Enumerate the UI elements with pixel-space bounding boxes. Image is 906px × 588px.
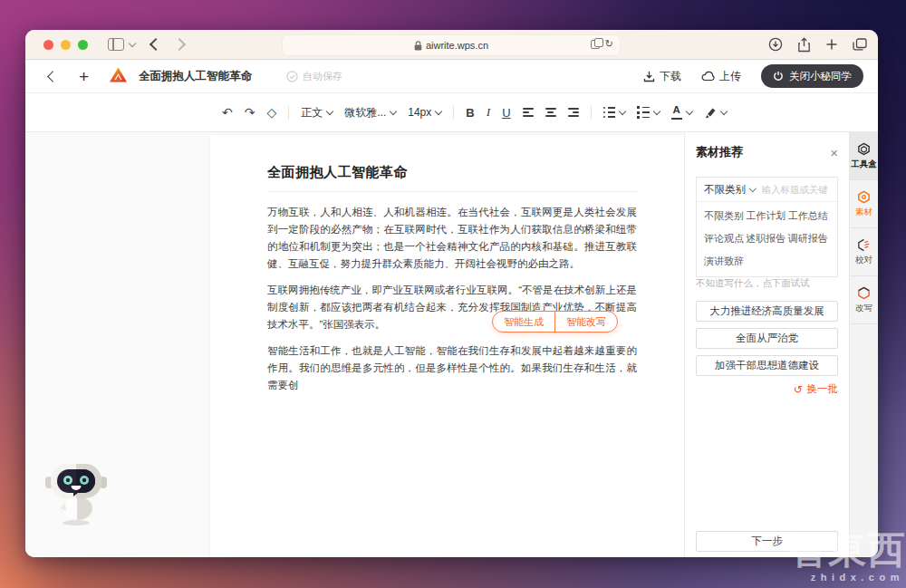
chevron-down-icon: [652, 108, 660, 115]
category-option[interactable]: 不限类别: [704, 209, 746, 223]
download-button[interactable]: 下载: [643, 69, 681, 84]
paragraph[interactable]: 智能生活和工作，也就是人工智能，智能在我们生存和发展中起着越来越重要的作用。我们…: [267, 342, 637, 394]
highlighter-icon: [704, 107, 717, 119]
tool-strip-label: 工具盒: [851, 159, 877, 170]
numbered-list-button[interactable]: [637, 106, 660, 119]
highlight-button[interactable]: [704, 107, 727, 119]
cloud-upload-icon: [701, 71, 715, 82]
tool-strip-label: 素材: [855, 207, 872, 218]
tab-overview-icon[interactable]: [853, 38, 867, 51]
close-assistant-label: 关闭小秘同学: [789, 70, 852, 83]
bold-button[interactable]: B: [466, 106, 474, 120]
close-assistant-button[interactable]: 关闭小秘同学: [761, 64, 863, 88]
topic-suggestion-button[interactable]: 大力推进经济高质量发展: [696, 301, 838, 322]
tool-strip-label: 校对: [855, 255, 872, 266]
underline-button[interactable]: U: [502, 106, 510, 120]
browser-chrome: aiwrite.wps.cn ↻: [25, 30, 878, 60]
close-window-button[interactable]: [43, 40, 53, 50]
material-filter-box: 不限类别 不限类别 工作计划 工作总结 评论观点 述职报告 调研报告 演讲致辞: [696, 177, 838, 277]
paragraph-style-value: 正文: [301, 105, 323, 120]
new-document-button[interactable]: +: [79, 68, 89, 85]
chevron-down-icon: [749, 185, 757, 192]
tool-strip: 工具盒 素材 校对: [849, 132, 878, 557]
refresh-suggestions-button[interactable]: ↻ 换一批: [794, 382, 838, 396]
clear-format-icon[interactable]: ◇: [266, 106, 276, 119]
topic-suggestion-button[interactable]: 加强干部思想道德建设: [696, 355, 838, 376]
category-option[interactable]: 演讲致辞: [704, 255, 746, 268]
assistant-mascot[interactable]: [41, 458, 111, 531]
material-panel: 素材推荐 × 不限类别 不限类别 工作计划 工作总结 评论观点 述职报告: [684, 132, 849, 557]
undo-icon[interactable]: ↶: [222, 106, 233, 119]
font-family-select[interactable]: 微软雅...: [344, 105, 396, 120]
forward-button[interactable]: [173, 38, 186, 51]
tool-strip-item-material[interactable]: 素材: [850, 180, 878, 228]
ai-generate-button[interactable]: 智能生成: [493, 312, 554, 332]
refresh-label: 换一批: [807, 382, 839, 396]
upload-label: 上传: [719, 69, 741, 84]
topic-suggestion-button[interactable]: 全面从严治党: [696, 328, 838, 349]
chevron-down-icon: [390, 108, 397, 115]
category-option[interactable]: 评论观点: [704, 232, 746, 246]
panel-title: 素材推荐: [696, 144, 743, 160]
font-color-button[interactable]: A: [671, 105, 692, 120]
new-tab-icon[interactable]: [825, 38, 838, 51]
autosave-status: 自动保存: [286, 70, 342, 83]
reload-icon[interactable]: ↻: [605, 39, 613, 49]
desktop-background: aiwrite.wps.cn ↻: [0, 0, 906, 588]
category-filter-dropdown[interactable]: 不限类别: [704, 183, 746, 197]
autosave-label: 自动保存: [303, 70, 342, 83]
download-label: 下载: [660, 69, 681, 84]
tool-strip-item-rewrite[interactable]: 改写: [850, 276, 878, 324]
category-option[interactable]: 工作计划: [746, 209, 787, 223]
bullet-list-button[interactable]: [603, 107, 626, 119]
downloads-icon[interactable]: [768, 37, 783, 52]
address-bar[interactable]: aiwrite.wps.cn ↻: [282, 34, 621, 56]
app-toolbar: + 全面拥抱人工智能革命 自动保存: [25, 60, 878, 93]
panel-hint: 不知道写什么，点下面试试: [696, 277, 810, 290]
toolbar-divider: [288, 106, 289, 120]
chevron-down-icon: [619, 108, 626, 115]
toolbox-icon: [857, 142, 871, 156]
browser-window: aiwrite.wps.cn ↻: [25, 30, 878, 557]
check-circle-icon: [286, 71, 298, 82]
category-option[interactable]: 工作总结: [788, 209, 830, 223]
sidebar-toggle-icon[interactable]: [108, 38, 124, 51]
page-title[interactable]: 全面拥抱人工智能革命: [267, 164, 637, 181]
paragraph-style-select[interactable]: 正文: [301, 105, 333, 120]
category-option[interactable]: 述职报告: [746, 232, 787, 246]
align-left-button[interactable]: [523, 108, 534, 117]
next-step-button[interactable]: 下一步: [696, 531, 838, 552]
content-area: 全面拥抱人工智能革命 万物互联，人和人相连、人和机器相连。在当代社会，互联网更是…: [25, 132, 878, 557]
title-divider: [267, 191, 637, 192]
tool-strip-item-toolbox[interactable]: 工具盒: [850, 132, 878, 180]
back-button[interactable]: [149, 38, 162, 51]
upload-button[interactable]: 上传: [701, 69, 741, 84]
share-icon[interactable]: [797, 37, 811, 53]
translate-icon[interactable]: [591, 40, 600, 49]
font-size-select[interactable]: 14px: [408, 106, 441, 119]
tool-strip-item-proofread[interactable]: 校对: [850, 228, 878, 276]
proofread-icon: [857, 238, 871, 252]
document-page[interactable]: 全面拥抱人工智能革命 万物互联，人和人相连、人和机器相连。在当代社会，互联网更是…: [210, 135, 684, 557]
minimize-window-button[interactable]: [61, 40, 71, 50]
redo-icon[interactable]: ↷: [245, 106, 255, 119]
italic-button[interactable]: I: [487, 105, 491, 120]
category-option[interactable]: 调研报告: [788, 232, 830, 246]
toolbar-divider: [591, 106, 592, 120]
chevron-down-icon: [326, 108, 333, 115]
close-icon[interactable]: ×: [830, 146, 838, 159]
category-options: 不限类别 工作计划 工作总结 评论观点 述职报告 调研报告 演讲致辞: [697, 202, 837, 276]
refresh-icon: ↻: [794, 384, 803, 395]
inline-ai-toolbar: 智能生成 智能改写: [492, 311, 618, 333]
fullscreen-window-button[interactable]: [78, 40, 88, 50]
chrome-actions: [768, 30, 867, 59]
font-family-value: 微软雅...: [344, 105, 386, 120]
search-input[interactable]: [760, 183, 831, 196]
chevron-down-icon[interactable]: [129, 40, 136, 47]
align-right-button[interactable]: [568, 108, 579, 117]
power-icon: [773, 71, 784, 82]
paragraph[interactable]: 万物互联，人和人相连、人和机器相连。在当代社会，互联网更是人类社会发展到一定阶段…: [267, 204, 637, 273]
align-center-button[interactable]: [545, 108, 556, 117]
app-back-button[interactable]: [47, 71, 59, 82]
ai-rewrite-button[interactable]: 智能改写: [555, 312, 617, 332]
